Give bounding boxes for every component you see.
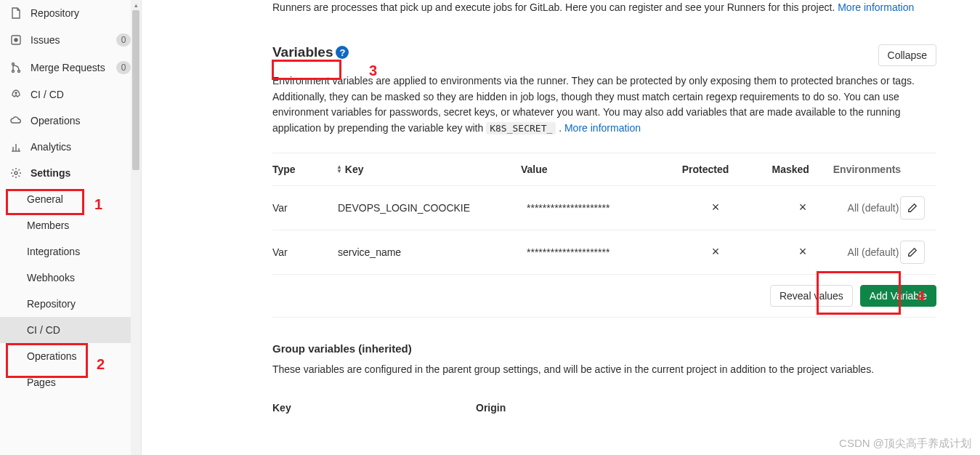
sidebar-sub-operations[interactable]: Operations xyxy=(0,343,141,369)
code-snippet: K8S_SECRET_ xyxy=(486,122,556,134)
sidebar-sub-integrations[interactable]: Integrations xyxy=(0,238,141,265)
col-env: Environments xyxy=(833,164,901,175)
edit-button[interactable] xyxy=(900,196,925,220)
sidebar-sub-general[interactable]: General xyxy=(0,186,141,212)
col-protected: Protected xyxy=(663,164,748,175)
sidebar-label: Merge Requests xyxy=(31,62,108,73)
sidebar: ▴ Repository Issues 0 Merge Requests 0 C… xyxy=(0,0,142,455)
sidebar-item-analytics[interactable]: Analytics xyxy=(0,134,141,160)
reveal-values-button[interactable]: Reveal values xyxy=(770,285,853,307)
sidebar-item-operations[interactable]: Operations xyxy=(0,108,141,134)
sidebar-label: Settings xyxy=(31,167,131,179)
svg-point-5 xyxy=(15,92,17,94)
sidebar-sub-repository[interactable]: Repository xyxy=(0,291,141,317)
sidebar-label: Analytics xyxy=(31,141,131,153)
svg-point-3 xyxy=(12,71,15,73)
annotation-number: 2 xyxy=(97,356,105,373)
variables-table: Type ▲▼ Key Value Protected Masked Envir… xyxy=(272,153,936,318)
sidebar-label: Repository xyxy=(31,7,131,19)
main-content: Runners are processes that pick up and e… xyxy=(142,0,980,455)
help-icon[interactable]: ? xyxy=(336,46,349,59)
runners-description: Runners are processes that pick up and e… xyxy=(272,0,936,15)
scroll-up-icon[interactable]: ▴ xyxy=(131,0,141,10)
x-icon: × xyxy=(799,200,807,214)
file-icon xyxy=(10,7,22,19)
annotation-number: 3 xyxy=(369,63,377,79)
sidebar-item-issues[interactable]: Issues 0 xyxy=(0,26,141,54)
svg-point-4 xyxy=(18,71,20,73)
svg-point-1 xyxy=(15,39,17,41)
merge-icon xyxy=(10,62,22,73)
scrollbar-track: ▴ xyxy=(131,0,141,455)
sidebar-item-settings[interactable]: Settings xyxy=(0,160,141,186)
group-table-header: Key Origin xyxy=(272,392,936,424)
gear-icon xyxy=(10,167,22,179)
col-masked: Masked xyxy=(748,164,833,175)
x-icon: × xyxy=(712,200,720,214)
count-badge: 0 xyxy=(116,33,131,47)
group-variables-description: These variables are configured in the pa… xyxy=(272,362,936,377)
col-value: Value xyxy=(521,164,663,175)
sort-icon: ▲▼ xyxy=(336,165,342,174)
table-header: Type ▲▼ Key Value Protected Masked Envir… xyxy=(272,153,936,186)
sidebar-sub-members[interactable]: Members xyxy=(0,212,141,238)
sidebar-label: Operations xyxy=(31,115,131,126)
more-info-link[interactable]: More information xyxy=(564,122,641,134)
sidebar-item-repository[interactable]: Repository xyxy=(0,0,141,26)
watermark: CSDN @顶尖高手养成计划 xyxy=(839,437,971,451)
annotation-number: 1 xyxy=(94,196,102,213)
col-type: Type xyxy=(272,164,336,175)
count-badge: 0 xyxy=(116,61,131,74)
rocket-icon xyxy=(10,89,22,100)
scrollbar-thumb[interactable] xyxy=(132,10,139,170)
x-icon: × xyxy=(799,244,807,259)
variables-description: Environment variables are applied to env… xyxy=(272,73,936,137)
group-variables-heading: Group variables (inherited) xyxy=(272,342,936,355)
table-row: Var service_name ********************* ×… xyxy=(272,230,936,275)
sidebar-label: Issues xyxy=(31,34,108,46)
table-row: Var DEVOPS_LOGIN_COOCKIE ***************… xyxy=(272,186,936,230)
sidebar-sub-webhooks[interactable]: Webhooks xyxy=(0,265,141,291)
more-info-link[interactable]: More information xyxy=(838,1,914,13)
svg-point-2 xyxy=(12,63,15,65)
issue-icon xyxy=(10,34,22,46)
cloud-icon xyxy=(10,115,22,126)
collapse-button[interactable]: Collapse xyxy=(878,44,936,66)
sidebar-label: CI / CD xyxy=(31,89,131,100)
annotation-number: 4 xyxy=(917,288,925,305)
table-actions: Reveal values Add Variable xyxy=(272,275,936,318)
sidebar-item-merge-requests[interactable]: Merge Requests 0 xyxy=(0,54,141,81)
variables-heading: Variables ? xyxy=(272,44,349,60)
sidebar-sub-cicd[interactable]: CI / CD xyxy=(0,317,141,343)
chart-icon xyxy=(10,141,22,153)
x-icon: × xyxy=(712,244,720,259)
svg-point-6 xyxy=(15,172,17,174)
sidebar-sub-pages[interactable]: Pages xyxy=(0,369,141,395)
add-variable-button[interactable]: Add Variable xyxy=(860,285,936,307)
edit-button[interactable] xyxy=(900,241,925,264)
col-key[interactable]: ▲▼ Key xyxy=(336,164,521,175)
sidebar-item-cicd[interactable]: CI / CD xyxy=(0,81,141,108)
